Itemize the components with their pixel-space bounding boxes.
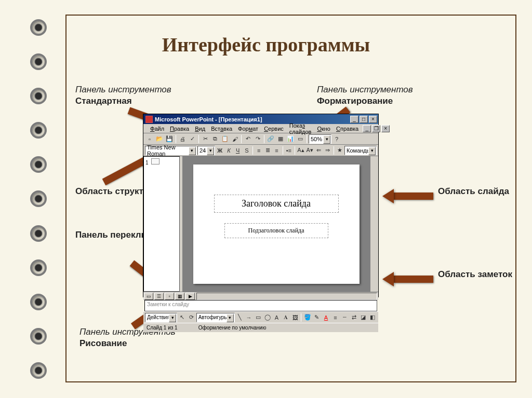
align-right-icon[interactable]: ≡ bbox=[272, 146, 281, 155]
menu-tools[interactable]: Сервис bbox=[261, 125, 286, 132]
italic-icon[interactable]: К bbox=[224, 146, 233, 155]
subtitle-placeholder[interactable]: Подзаголовок слайда bbox=[224, 223, 328, 238]
line-style-icon[interactable]: ≡ bbox=[331, 313, 340, 322]
decrease-font-icon[interactable]: A▾ bbox=[305, 146, 314, 155]
menu-window[interactable]: Окно bbox=[314, 125, 333, 132]
view-show-icon[interactable]: ▶ bbox=[185, 293, 195, 300]
menu-file[interactable]: Файл bbox=[148, 125, 167, 132]
shadow-style-icon[interactable]: ◪ bbox=[358, 313, 367, 322]
menu-view[interactable]: Вид bbox=[192, 125, 208, 132]
hyperlink-icon[interactable]: 🔗 bbox=[266, 134, 275, 144]
view-sorter-icon[interactable]: ▦ bbox=[175, 293, 184, 300]
textbox-icon[interactable]: A bbox=[272, 313, 281, 322]
redo-icon[interactable]: ↷ bbox=[253, 134, 262, 144]
view-outline-icon[interactable]: ☰ bbox=[154, 293, 164, 300]
table-icon[interactable]: ▦ bbox=[276, 134, 285, 144]
slide-area: Заголовок слайда Подзаголовок слайда bbox=[182, 156, 370, 292]
statusbar: Слайд 1 из 1 Оформление по умолчанию bbox=[143, 323, 378, 332]
workspace: 1 Заголовок слайда Подзаголовок слайда bbox=[143, 156, 378, 292]
actions-combo[interactable]: Действия bbox=[145, 313, 177, 322]
app-icon bbox=[145, 116, 153, 123]
view-slide-icon[interactable]: ▫ bbox=[165, 293, 174, 300]
bold-icon[interactable]: Ж bbox=[216, 146, 224, 155]
formatting-toolbar: Times New Roman 24 Ж К Ч S ≡ ≣ ≡ •≡ A▴ A… bbox=[143, 145, 378, 156]
arrow-style-icon[interactable]: ⇄ bbox=[350, 313, 358, 322]
drawing-toolbar: Действия ↖ ⟳ Автофигуры ╲ → ▭ ◯ A 𝐀 🖼 🪣 … bbox=[143, 311, 378, 323]
cut-icon[interactable]: ✂ bbox=[201, 134, 210, 144]
align-center-icon[interactable]: ≣ bbox=[263, 146, 272, 155]
minimize-button[interactable]: _ bbox=[350, 116, 358, 123]
chart-icon[interactable]: 📊 bbox=[286, 134, 295, 144]
font-color-icon[interactable]: A bbox=[322, 313, 330, 322]
label-standard-toolbar: Панель инструментов Стандартная bbox=[75, 84, 171, 107]
title-placeholder[interactable]: Заголовок слайда bbox=[214, 195, 339, 213]
view-switch-bar: ▭ ☰ ▫ ▦ ▶ bbox=[143, 292, 378, 300]
status-design-info: Оформление по умолчанию bbox=[198, 325, 267, 331]
titlebar: Microsoft PowerPoint - [Презентация1] _ … bbox=[143, 114, 378, 124]
increase-font-icon[interactable]: A▴ bbox=[297, 146, 305, 155]
format-painter-icon[interactable]: 🖌 bbox=[230, 134, 240, 144]
help-icon[interactable]: ? bbox=[332, 134, 341, 144]
undo-icon[interactable]: ↶ bbox=[243, 134, 252, 144]
close-button[interactable]: × bbox=[369, 116, 377, 123]
label-formatting-toolbar: Панель инструментов Форматирование bbox=[317, 84, 413, 107]
maximize-button[interactable]: □ bbox=[360, 116, 368, 123]
arrow-slide-area bbox=[382, 189, 434, 205]
underline-icon[interactable]: Ч bbox=[234, 146, 242, 155]
window-title: Microsoft PowerPoint - [Презентация1] bbox=[155, 116, 349, 122]
arrow-notes-area bbox=[382, 272, 434, 288]
dash-style-icon[interactable]: ┄ bbox=[340, 313, 349, 322]
new-slide-icon[interactable]: ▭ bbox=[296, 134, 305, 144]
line-color-icon[interactable]: ✎ bbox=[312, 313, 321, 322]
mdi-close[interactable]: × bbox=[381, 125, 390, 132]
commands-combo[interactable]: Команды bbox=[344, 146, 377, 155]
copy-icon[interactable]: ⧉ bbox=[210, 134, 220, 144]
rectangle-icon[interactable]: ▭ bbox=[254, 313, 262, 322]
menu-help[interactable]: Справка bbox=[334, 125, 361, 132]
menu-format[interactable]: Формат bbox=[235, 125, 261, 132]
zoom-combo[interactable]: 50% bbox=[309, 134, 331, 144]
wordart-icon[interactable]: 𝐀 bbox=[282, 313, 290, 322]
3d-style-icon[interactable]: ◧ bbox=[368, 313, 377, 322]
mdi-restore[interactable]: ❐ bbox=[372, 125, 380, 132]
label-slide-area: Область слайда bbox=[438, 186, 509, 197]
promote-icon[interactable]: ⇐ bbox=[314, 146, 323, 155]
mdi-minimize[interactable]: _ bbox=[363, 125, 371, 132]
horizontal-scrollbar[interactable] bbox=[196, 293, 377, 300]
menu-edit[interactable]: Правка bbox=[167, 125, 192, 132]
line-icon[interactable]: ╲ bbox=[235, 313, 244, 322]
slide-canvas[interactable]: Заголовок слайда Подзаголовок слайда bbox=[193, 164, 360, 284]
bullets-icon[interactable]: •≡ bbox=[285, 146, 293, 155]
fill-color-icon[interactable]: 🪣 bbox=[303, 313, 312, 322]
vertical-scrollbar[interactable] bbox=[370, 156, 378, 292]
clipart-icon[interactable]: 🖼 bbox=[291, 313, 300, 322]
save-icon[interactable]: 💾 bbox=[165, 134, 174, 144]
standard-toolbar: ▫ 📂 💾 🖨 ✓ ✂ ⧉ 📋 🖌 ↶ ↷ 🔗 ▦ 📊 ▭ 50% ? bbox=[143, 133, 378, 145]
menu-insert[interactable]: Вставка bbox=[208, 125, 235, 132]
view-normal-icon[interactable]: ▭ bbox=[144, 293, 153, 300]
oval-icon[interactable]: ◯ bbox=[263, 313, 272, 322]
paste-icon[interactable]: 📋 bbox=[220, 134, 230, 144]
effects-icon[interactable]: ★ bbox=[336, 146, 344, 155]
menubar: Файл Правка Вид Вставка Формат Сервис По… bbox=[143, 124, 378, 133]
outline-slide-number: 1 bbox=[145, 160, 149, 166]
select-icon[interactable]: ↖ bbox=[178, 313, 187, 322]
rotate-icon[interactable]: ⟳ bbox=[187, 313, 196, 322]
autoshapes-combo[interactable]: Автофигуры bbox=[196, 313, 235, 322]
spiral-binding bbox=[30, 0, 51, 398]
align-left-icon[interactable]: ≡ bbox=[255, 146, 263, 155]
spell-icon[interactable]: ✓ bbox=[188, 134, 197, 144]
outline-slide-icon[interactable] bbox=[151, 158, 159, 164]
open-icon[interactable]: 📂 bbox=[155, 134, 164, 144]
slide-heading: Интерфейс программы bbox=[0, 33, 532, 56]
shadow-icon[interactable]: S bbox=[243, 146, 251, 155]
notes-pane[interactable]: Заметки к слайду bbox=[144, 300, 377, 311]
print-icon[interactable]: 🖨 bbox=[178, 134, 187, 144]
font-name-combo[interactable]: Times New Roman bbox=[145, 146, 197, 155]
demote-icon[interactable]: ⇒ bbox=[324, 146, 332, 155]
menu-slideshow[interactable]: Показ слайдов bbox=[287, 122, 314, 135]
font-size-combo[interactable]: 24 bbox=[197, 146, 215, 155]
outline-pane[interactable]: 1 bbox=[143, 156, 180, 292]
new-icon[interactable]: ▫ bbox=[145, 134, 154, 144]
arrow-icon[interactable]: → bbox=[244, 313, 253, 322]
